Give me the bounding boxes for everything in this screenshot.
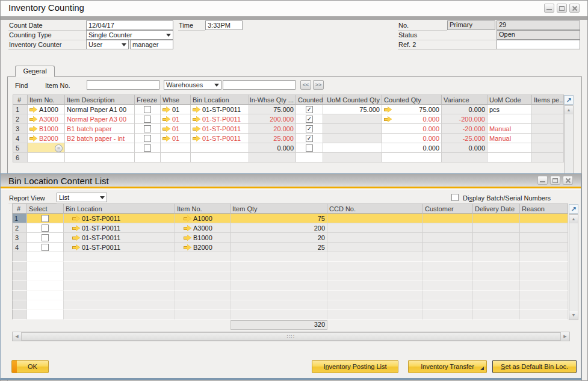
cell-item-description[interactable]: [65, 143, 135, 153]
scroll-up-icon[interactable]: ▲: [565, 106, 573, 114]
cell-bin-location[interactable]: 01-ST-P0011: [64, 243, 175, 252]
scroll-down-icon[interactable]: ▼: [569, 311, 578, 320]
cell-customer[interactable]: [423, 233, 473, 243]
cell-select[interactable]: [27, 243, 64, 252]
cell-bin-location[interactable]: [191, 143, 249, 153]
find-scope-dropdown[interactable]: Warehouses: [164, 80, 221, 90]
column-header[interactable]: Freeze: [135, 94, 161, 105]
cell-counted[interactable]: ✓: [296, 124, 323, 134]
link-arrow-icon[interactable]: [162, 126, 170, 132]
cell-item-no[interactable]: A3000: [28, 114, 65, 124]
counted-checkbox[interactable]: ✓: [306, 106, 313, 113]
counter-type-dropdown[interactable]: User: [86, 40, 129, 49]
link-arrow-icon[interactable]: [193, 107, 200, 113]
cell-freeze[interactable]: [135, 134, 161, 143]
cell-bin-location[interactable]: 01-ST-P0011: [191, 124, 249, 134]
cell-select[interactable]: [27, 233, 64, 243]
counter-name-input[interactable]: [130, 40, 173, 49]
find-prev-button[interactable]: <<: [300, 80, 311, 90]
link-arrow-icon[interactable]: [72, 235, 80, 241]
inventory-transfer-button[interactable]: Inventory Transfer: [408, 360, 487, 373]
column-header[interactable]: Bin Location: [64, 203, 175, 214]
cell-item-no[interactable]: ≡: [28, 143, 65, 153]
choose-from-list-icon[interactable]: ≡: [55, 144, 63, 152]
link-arrow-icon[interactable]: [162, 135, 170, 142]
ok-button[interactable]: OK: [11, 360, 49, 373]
column-header[interactable]: Customer: [423, 203, 473, 214]
horizontal-scrollbar[interactable]: ◀ ∷∷ ▶: [12, 332, 570, 341]
link-arrow-icon[interactable]: [193, 116, 200, 123]
counting-table-scrollbar[interactable]: ▲: [564, 105, 574, 175]
close-icon[interactable]: [569, 4, 580, 13]
bin-table-scrollbar[interactable]: ▲ ▼: [569, 214, 578, 320]
row-number[interactable]: 2: [12, 223, 27, 233]
cell-bin-location[interactable]: 01-ST-P0011: [64, 214, 175, 223]
column-header[interactable]: Counted Qty: [382, 94, 442, 105]
select-checkbox[interactable]: [42, 225, 49, 232]
cell-whse[interactable]: 01: [161, 105, 191, 114]
link-arrow-icon[interactable]: [29, 107, 37, 113]
cell-whse[interactable]: [161, 143, 191, 153]
link-arrow-icon[interactable]: [184, 225, 191, 232]
scrollbar-thumb[interactable]: ∷∷: [21, 332, 561, 341]
link-arrow-icon[interactable]: [384, 107, 392, 113]
column-header[interactable]: #: [12, 203, 27, 214]
cell-uom-counted-qty[interactable]: [323, 143, 382, 153]
cell-item-qty[interactable]: 25: [231, 243, 327, 252]
cell-item-no[interactable]: B2000: [175, 243, 231, 252]
cell-whse[interactable]: 01: [161, 124, 191, 134]
maximize-icon[interactable]: [557, 4, 567, 13]
column-header[interactable]: Reason: [520, 203, 568, 214]
cell-uom-counted-qty[interactable]: 75.000: [323, 105, 382, 114]
row-number[interactable]: 3: [13, 124, 28, 134]
row-number[interactable]: 4: [13, 134, 28, 143]
freeze-checkbox[interactable]: [144, 106, 151, 113]
column-header[interactable]: #: [13, 94, 28, 105]
link-arrow-icon[interactable]: [29, 126, 37, 132]
cell-uom-code[interactable]: [487, 143, 532, 153]
link-arrow-icon[interactable]: [29, 135, 37, 142]
cell-ccd-no[interactable]: [327, 233, 423, 243]
tab-general[interactable]: General: [15, 66, 55, 77]
column-header[interactable]: UoM Counted Qty: [323, 94, 382, 105]
close-icon[interactable]: [563, 176, 573, 185]
cell-delivery-date[interactable]: [473, 243, 520, 252]
cell-counted[interactable]: [296, 153, 323, 163]
minimize-icon[interactable]: [544, 4, 554, 13]
link-arrow-icon[interactable]: [184, 215, 191, 222]
cell-counted[interactable]: ✓: [296, 114, 323, 124]
cell-item-no[interactable]: A1000: [175, 214, 231, 223]
cell-uom-code[interactable]: Manual: [487, 124, 532, 134]
link-arrow-icon[interactable]: [162, 107, 170, 113]
cell-freeze[interactable]: [135, 105, 161, 114]
column-header[interactable]: Counted: [296, 94, 323, 105]
cell-item-description[interactable]: [65, 153, 135, 163]
display-batch-checkbox[interactable]: [451, 194, 459, 201]
inventory-posting-list-button[interactable]: Inventory Posting List: [312, 360, 398, 373]
row-number[interactable]: 1: [12, 214, 27, 223]
cell-ccd-no[interactable]: [327, 223, 423, 233]
cell-freeze[interactable]: [135, 124, 161, 134]
counting-type-dropdown[interactable]: Single Counter: [86, 30, 173, 40]
cell-reason[interactable]: [520, 233, 568, 243]
cell-freeze[interactable]: [135, 114, 161, 124]
cell-ccd-no[interactable]: [327, 243, 423, 252]
cell-customer[interactable]: [423, 243, 473, 252]
expand-table-icon[interactable]: ↗: [564, 95, 574, 105]
counted-checkbox[interactable]: ✓: [306, 116, 313, 123]
column-header[interactable]: Variance: [442, 94, 487, 105]
cell-uom-code[interactable]: pcs: [487, 105, 532, 114]
table-row[interactable]: 401-ST-P0011B200025: [12, 243, 568, 252]
cell-item-qty[interactable]: 200: [231, 223, 327, 233]
column-header[interactable]: CCD No.: [327, 203, 423, 214]
counted-checkbox[interactable]: [306, 144, 313, 152]
row-number[interactable]: 2: [13, 114, 28, 124]
cell-counted-qty[interactable]: 0.000: [382, 114, 442, 124]
find-next-button[interactable]: >>: [313, 80, 324, 90]
column-header[interactable]: In-Whse Qty ...: [249, 94, 296, 105]
cell-item-no[interactable]: B1000: [28, 124, 65, 134]
cell-bin-location[interactable]: [191, 153, 249, 163]
row-number[interactable]: 4: [12, 243, 27, 252]
cell-uom-code[interactable]: [487, 153, 532, 163]
column-header[interactable]: Whse: [161, 94, 191, 105]
